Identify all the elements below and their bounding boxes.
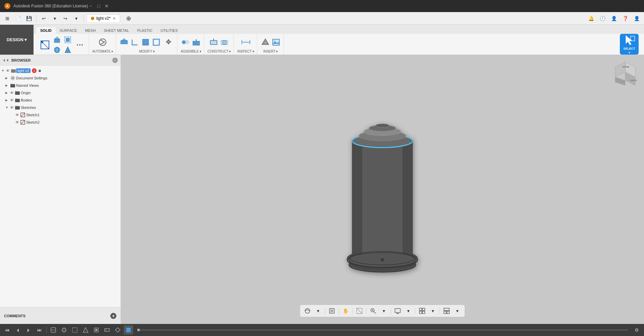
timeline-prev-button[interactable]: ⏴ [13,325,23,335]
select-button[interactable]: SELECT ▾ [620,34,639,55]
svg-marker-111 [115,328,120,332]
modify-dropdown-icon[interactable]: ▾ [153,50,155,53]
zoom-dropdown[interactable]: ▾ [379,306,389,316]
tree-item-sketch1[interactable]: 👁 Sketch1 [0,111,120,119]
view-layout-dropdown[interactable]: ▾ [453,306,462,316]
help-button[interactable]: ❓ [621,14,630,23]
document-tab[interactable]: light v2* ✕ [87,14,120,22]
zoom-button[interactable] [369,306,378,316]
joint-icon[interactable] [181,38,190,47]
measure-icon[interactable]: ↔ [240,36,252,48]
viewport[interactable]: HOME FRONT ▾ ✋ ▾ [121,55,644,324]
tree-eye-origin[interactable]: 👁 [10,91,15,95]
timeline-item-3[interactable] [70,325,79,335]
clock-button[interactable]: 🕐 [598,14,607,23]
tree-item-origin[interactable]: ▶ 👁 Origin [0,89,120,96]
display-button[interactable] [393,306,402,316]
inspect-dropdown-icon[interactable]: ▾ [253,50,254,53]
tree-item-named-views[interactable]: ▶ Named Views [0,82,120,89]
sweep-icon[interactable] [63,35,72,45]
browser-collapse-icon[interactable]: ⏴⏴ [3,58,9,62]
tree-eye-sketch1[interactable]: 👁 [15,113,20,117]
browser-collapse-button[interactable]: − [112,58,118,63]
comments-add-button[interactable]: + [110,313,116,319]
press-pull-icon[interactable] [119,38,129,47]
automate-icon[interactable] [97,36,109,48]
minimize-button[interactable]: − [88,3,93,9]
tab-plastic[interactable]: PLASTIC [133,27,157,34]
notifications-button[interactable]: 🔔 [586,14,596,23]
grid-dropdown[interactable]: ▾ [428,306,438,316]
orbit-dropdown[interactable]: ▾ [314,306,323,316]
timeline-item-5[interactable] [92,325,101,335]
redo-button[interactable]: ↪ [61,14,70,23]
grid-menu-button[interactable]: ⊞ [3,14,12,23]
fit-button[interactable] [327,306,337,316]
insert-dropdown-icon[interactable]: ▾ [276,50,278,53]
tree-item-doc-settings[interactable]: ▶ Document Settings [0,74,120,82]
tree-item-sketch2[interactable]: 👁 Sketch2 [0,119,120,126]
zoom-fit-button[interactable] [355,306,364,316]
maximize-button[interactable]: □ [96,3,101,9]
tab-solid[interactable]: SOLID [36,27,56,34]
timeline-item-2[interactable] [59,325,69,335]
timeline-start-button[interactable]: ⏮ [3,325,12,335]
assemble-label: ASSEMBLE [181,50,199,53]
profile-button[interactable]: 👤 [609,14,619,23]
tree-eye-bodies[interactable]: 👁 [10,98,15,102]
extrude-icon[interactable] [52,35,62,45]
timeline-item-6[interactable] [102,325,112,335]
ground-icon[interactable] [192,38,201,47]
tree-eye-sketch2[interactable]: 👁 [15,120,20,124]
tree-item-root[interactable]: ▼ 👁 light v2 A ⏺ [0,67,120,74]
grid-button[interactable] [418,306,427,316]
design-button[interactable]: DESIGN ▾ [0,25,34,55]
insert-derive-icon[interactable] [261,38,270,47]
tab-surface[interactable]: SURFACE [56,27,81,34]
tab-utilities[interactable]: UTILITIES [157,27,182,34]
settings-button[interactable]: ⚙ [632,325,641,335]
tree-record-root[interactable]: ⏺ [38,69,43,73]
new-button[interactable]: 📄 [13,14,23,23]
loft-icon[interactable] [63,45,72,55]
create-sketch-icon[interactable] [39,39,51,51]
tab-close-icon[interactable]: ✕ [113,16,116,21]
timeline-item-4[interactable] [81,325,90,335]
axis-icon[interactable] [220,38,229,47]
tree-eye-sketches[interactable]: 👁 [10,106,15,110]
tree-item-sketches[interactable]: ▼ 👁 Sketches [0,104,120,111]
timeline-item-1[interactable] [49,325,58,335]
insert-image-icon[interactable] [271,38,281,47]
user-avatar[interactable]: 👤 [632,14,641,23]
undo-dropdown[interactable]: ▾ [50,14,59,23]
tree-item-bodies[interactable]: ▶ 👁 Bodies [0,96,120,104]
close-button[interactable]: ✕ [104,3,109,9]
svg-line-16 [101,40,105,42]
offset-plane-icon[interactable] [209,38,218,47]
timeline-end-button[interactable]: ⏭ [35,325,44,335]
tab-sheet-metal[interactable]: SHEET METAL [100,27,133,34]
construct-dropdown-icon[interactable]: ▾ [229,50,231,53]
display-dropdown[interactable]: ▾ [404,306,413,316]
timeline-item-7[interactable] [113,325,122,335]
view-layout-button[interactable] [442,306,451,316]
chamfer-icon[interactable] [141,38,150,47]
orbit-button[interactable] [303,306,312,316]
revolve-icon[interactable] [52,45,62,55]
tree-eye-root[interactable]: 👁 [6,69,11,73]
move-icon[interactable]: ✥ [162,36,174,48]
redo-dropdown[interactable]: ▾ [71,14,81,23]
timeline-item-8[interactable] [124,325,133,335]
save-button[interactable]: 💾 [24,14,34,23]
tab-mesh[interactable]: MESH [81,27,100,34]
automate-dropdown-icon[interactable]: ▾ [111,50,113,53]
shell-icon[interactable] [152,38,161,47]
assemble-dropdown-icon[interactable]: ▾ [200,50,201,53]
undo-button[interactable]: ↩ [39,14,49,23]
timeline-play-button[interactable]: ⏵ [24,325,34,335]
fillet-icon[interactable] [130,38,140,47]
view-cube[interactable]: HOME FRONT [612,60,639,87]
pan-button[interactable]: ✋ [341,306,351,316]
add-tab-button[interactable]: ⊕ [124,14,133,23]
more-create-icon[interactable] [74,39,86,51]
